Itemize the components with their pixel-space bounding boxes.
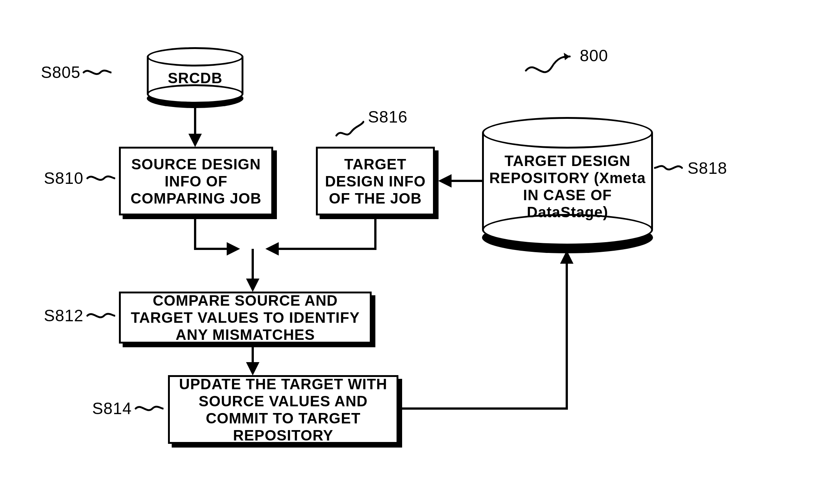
s810-text: SOURCE DESIGN INFO OF COMPARING JOB xyxy=(125,156,267,207)
s818-cylinder: TARGET DESIGN REPOSITORY (Xmeta IN CASE … xyxy=(482,117,653,247)
figure-ref-swoosh xyxy=(522,48,574,78)
s810-swoosh xyxy=(85,171,115,186)
s805-cylinder: SRCDB xyxy=(147,47,243,103)
s814-label: S814 xyxy=(92,399,132,418)
s805-swoosh xyxy=(82,65,111,80)
arrows-layer xyxy=(0,0,831,504)
s810-box: SOURCE DESIGN INFO OF COMPARING JOB xyxy=(119,147,273,215)
s812-text: COMPARE SOURCE AND TARGET VALUES TO IDEN… xyxy=(125,292,365,343)
s805-text: SRCDB xyxy=(147,69,243,87)
s814-swoosh xyxy=(134,401,164,416)
s812-label: S812 xyxy=(44,306,84,325)
figure-ref-number: 800 xyxy=(580,46,608,65)
s814-box: UPDATE THE TARGET WITH SOURCE VALUES AND… xyxy=(168,375,398,444)
s818-label: S818 xyxy=(688,159,727,178)
s816-box: TARGET DESIGN INFO OF THE JOB xyxy=(316,147,435,215)
s818-swoosh xyxy=(654,160,684,175)
s805-label: S805 xyxy=(41,63,81,82)
s816-label: S816 xyxy=(368,108,408,126)
s810-label: S810 xyxy=(44,169,84,188)
svg-marker-0 xyxy=(564,53,570,60)
s816-swoosh xyxy=(334,119,364,137)
s816-text: TARGET DESIGN INFO OF THE JOB xyxy=(322,156,429,207)
flowchart-canvas: 800 SRCDB S805 SOURCE DESIGN INFO OF COM… xyxy=(0,0,831,504)
s818-text: TARGET DESIGN REPOSITORY (Xmeta IN CASE … xyxy=(482,152,653,221)
s812-box: COMPARE SOURCE AND TARGET VALUES TO IDEN… xyxy=(119,292,372,344)
s812-swoosh xyxy=(85,308,115,323)
s814-text: UPDATE THE TARGET WITH SOURCE VALUES AND… xyxy=(174,375,392,444)
